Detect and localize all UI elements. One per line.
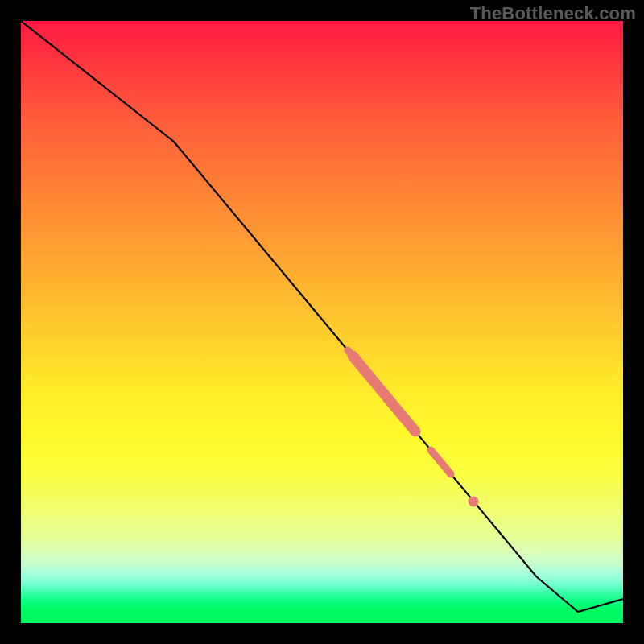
chart-overlay xyxy=(21,21,623,623)
chart-container: TheBottleneck.com xyxy=(0,0,644,644)
bottleneck-curve-line xyxy=(21,21,623,612)
plot-area xyxy=(21,21,623,623)
watermark-label: TheBottleneck.com xyxy=(470,3,636,24)
highlight-segment-main xyxy=(353,356,415,431)
highlight-segment-secondary xyxy=(431,450,451,474)
highlight-dot xyxy=(469,497,479,507)
